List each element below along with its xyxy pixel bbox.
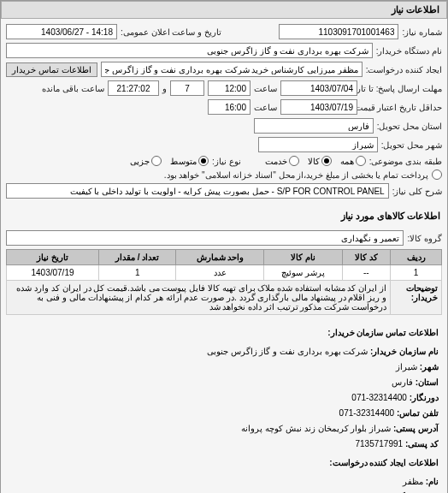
remain-label: ساعت باقی مانده	[42, 84, 104, 93]
price-time-input[interactable]	[208, 99, 251, 115]
deadline-reply-label: مهلت ارسال پاسخ: تا تاریخ:	[361, 84, 442, 93]
creator-info-title: اطلاعات ایجاد کننده درخواست:	[9, 455, 439, 471]
th-qty: تعداد / مقدار	[99, 250, 176, 265]
th-name: نام کالا	[264, 250, 342, 265]
radio-all[interactable]	[356, 156, 366, 166]
city-input[interactable]	[258, 137, 378, 152]
deadline-date-input[interactable]	[280, 80, 357, 96]
th-date: تاریخ نیاز	[7, 250, 99, 265]
deadline-time-input[interactable]	[208, 80, 251, 96]
and-label: و	[162, 84, 167, 93]
table-header-row: ردیف کد کالا نام کالا واحد شمارش تعداد /…	[7, 250, 442, 265]
th-unit: واحد شمارش	[176, 250, 264, 265]
time-label-2: ساعت	[254, 103, 277, 112]
category-radio-group: همه کالا خدمت	[265, 156, 366, 166]
radio-partial[interactable]	[151, 156, 162, 166]
th-row: ردیف	[391, 250, 442, 265]
buyer-org-input[interactable]	[6, 43, 373, 58]
need-type-label: نوع نیاز:	[212, 157, 241, 166]
radio-medium[interactable]	[198, 156, 209, 166]
time-label-1: ساعت	[254, 84, 277, 93]
items-title: اطلاعات کالاهای مورد نیاز	[1, 207, 447, 225]
explain-text: از ایران کد مشابه استفاده شده ملاک برای …	[7, 281, 391, 315]
buyer-org-label: نام دستگاه خریدار:	[376, 46, 442, 56]
countdown-input[interactable]	[108, 80, 159, 96]
city-label: شهر محل تحویل:	[381, 140, 442, 150]
radio-goods[interactable]	[321, 156, 332, 166]
items-table: ردیف کد کالا نام کالا واحد شمارش تعداد /…	[6, 249, 442, 315]
contact-section: اطلاعات تماس سازمان خریدار: نام سازمان خ…	[1, 320, 447, 493]
req-no-input[interactable]	[279, 24, 398, 39]
contact-title: اطلاعات تماس سازمان خریدار:	[9, 325, 439, 341]
price-date-input[interactable]	[280, 99, 357, 115]
province-input[interactable]	[254, 118, 374, 134]
contact-info-button[interactable]: اطلاعات تماس خریدار	[6, 62, 97, 77]
group-label: گروه کالا:	[407, 234, 442, 243]
form-area: شماره نیاز: تاریخ و ساعت اعلان عمومی: نا…	[1, 19, 447, 207]
province-label: استان محل تحویل:	[377, 122, 442, 131]
req-desc-label: شرح کلی نیاز:	[392, 187, 442, 196]
group-input[interactable]	[6, 230, 404, 246]
req-desc-input[interactable]	[6, 183, 389, 199]
creator-input[interactable]	[101, 62, 363, 77]
explain-row: توضیحات خریدار: از ایران کد مشابه استفاد…	[7, 281, 442, 315]
req-no-label: شماره نیاز:	[402, 27, 442, 37]
table-row[interactable]: 1 -- پرشر سوئیچ عدد 1 1403/07/19	[7, 265, 442, 281]
radio-payment[interactable]	[432, 169, 442, 180]
need-type-radio-group: متوسط جزیی	[130, 156, 209, 166]
announce-label: تاریخ و ساعت اعلان عمومی:	[121, 27, 221, 37]
explain-label: توضیحات خریدار:	[391, 281, 442, 315]
price-deadline-label: حداقل تاریخ اعتبار قیمت: تا تاریخ:	[361, 103, 442, 112]
creator-label: ایجاد کننده درخواست:	[366, 65, 442, 74]
category-label: طبقه بندی موضوعی:	[369, 157, 442, 166]
panel-title: اطلاعات نیاز	[1, 1, 447, 19]
announce-input[interactable]	[6, 24, 117, 39]
radio-service[interactable]	[289, 156, 299, 166]
payment-label: پرداخت تمام یا بخشی از مبلغ خرید،از محل …	[164, 170, 428, 180]
th-code: کد کالا	[342, 250, 390, 265]
main-panel: اطلاعات نیاز شماره نیاز: تاریخ و ساعت اع…	[0, 0, 448, 493]
days-remain-input[interactable]	[170, 80, 204, 96]
